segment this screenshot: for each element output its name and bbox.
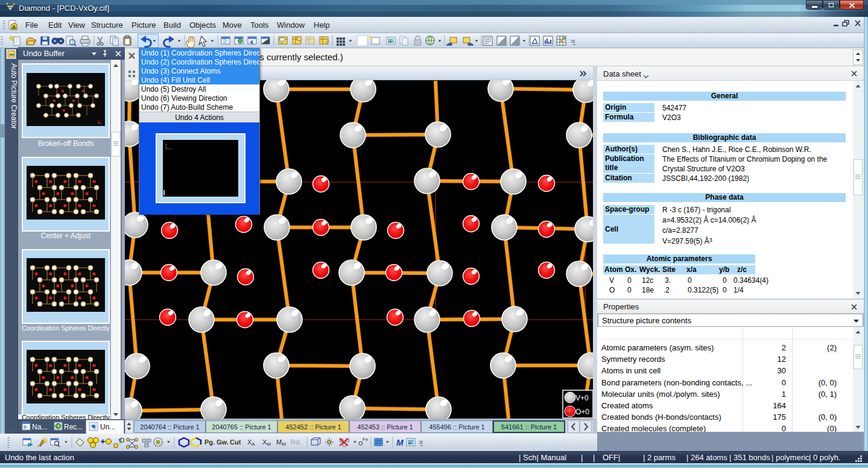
- svg-text:XA: XA: [247, 438, 255, 447]
- svg-text:Coordination Spheres Directly: Coordination Spheres Directly: [22, 324, 110, 332]
- svg-text:M: M: [396, 438, 404, 447]
- svg-text:XM: XM: [262, 438, 271, 447]
- svg-text:Pg.: Pg.: [204, 438, 215, 446]
- svg-text:O+0: O+0: [575, 408, 589, 416]
- svg-text:MM: MM: [276, 438, 286, 447]
- svg-text:Cut: Cut: [230, 438, 241, 446]
- svg-text:Rd.: Rd.: [291, 438, 301, 446]
- svg-text:Broken-off Bonds: Broken-off Bonds: [38, 139, 94, 148]
- svg-text:?: ?: [118, 438, 122, 445]
- svg-text:Fe: Fe: [363, 437, 369, 442]
- svg-text:Gw.: Gw.: [217, 438, 229, 446]
- svg-text:V+0: V+0: [575, 394, 589, 402]
- svg-text:Center + Adjust: Center + Adjust: [41, 232, 91, 240]
